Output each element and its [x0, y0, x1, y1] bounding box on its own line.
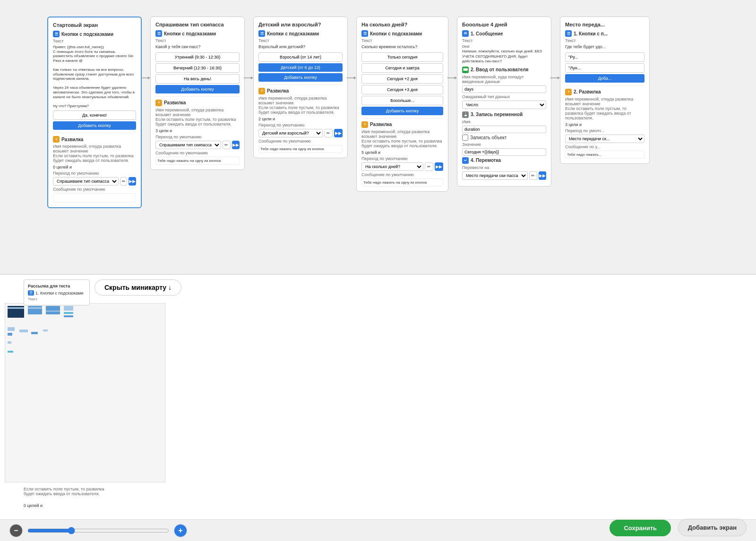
canvas-area: Стартовый экран ☰ Кнопки с подсказками Т… — [0, 0, 756, 274]
forward-btn-days[interactable]: ▶▶ — [435, 162, 443, 171]
save-button[interactable]: Сохранить — [610, 520, 671, 536]
dropdown-ski[interactable]: Спрашиваем тип скипасса — [155, 141, 221, 149]
text-label-1: Текст — [53, 39, 136, 43]
btn-place1[interactable]: "Ру... — [565, 52, 644, 62]
forward-btn-more4[interactable]: ▶▶ — [539, 171, 547, 180]
edit-btn-start[interactable]: ✏ — [120, 177, 127, 186]
mini-block-5 — [8, 327, 15, 331]
fork-section-age: ⑂ Развилка Имя переменной, откуда развил… — [258, 88, 343, 153]
bottom-section-row: ☰ 1. Кнопки с подсказками — [28, 290, 86, 296]
fork-section-days: ⑂ Развилка Имя переменной, откуда развил… — [361, 121, 443, 186]
default-msg-place: Тебе надо нажать... — [565, 151, 644, 159]
mini-block-7 — [8, 341, 11, 344]
add-btn-start[interactable]: Добавить кнопку — [53, 121, 136, 130]
dropdown-days[interactable]: На сколько дней? — [361, 162, 423, 171]
bottom-card-title: Рассылка для теста — [28, 284, 86, 288]
card-start-sec1-label: ☰ Кнопки с подсказками — [53, 31, 136, 37]
dropdown-place[interactable]: Место передачи ск... — [565, 135, 644, 143]
card-more4: Бооольше 4 дней ✉ 1. Сообщение Текст Ого… — [457, 17, 551, 186]
btn-more[interactable]: Бооольше... — [361, 96, 443, 105]
zoom-slider[interactable] — [27, 527, 169, 534]
card-ski-type: Спрашиваем тип скипасса ☰ Кнопки с подск… — [150, 17, 245, 170]
mini-block-1b — [8, 307, 24, 309]
mini-block-4b — [64, 312, 73, 314]
zoom-minus-button[interactable]: − — [9, 524, 23, 537]
mini-block-11 — [43, 330, 48, 331]
card-age-title: Детский или взрослый? — [258, 22, 343, 27]
minimap-inner — [5, 304, 165, 482]
save-var-value[interactable] — [462, 148, 546, 156]
add-btn-place[interactable]: Доба... — [565, 74, 644, 83]
btn-child[interactable]: Детский (от 6 до 13) — [258, 63, 343, 72]
btn-plus2[interactable]: Сегодня +2 дня — [361, 74, 443, 84]
add-btn-days[interactable]: Добавить кнопку — [361, 107, 443, 115]
start-text-content: Привет, {{this.user.full_name}} С помощь… — [53, 45, 136, 108]
edit-btn-age[interactable]: ✏ — [324, 129, 333, 137]
edit-btn-ski[interactable]: ✏ — [223, 141, 231, 149]
save-var-name[interactable] — [462, 126, 546, 133]
forward-btn-ski[interactable]: ▶▶ — [232, 141, 240, 149]
card-start: Стартовый экран ☰ Кнопки с подсказками Т… — [47, 17, 142, 208]
var-name-input[interactable] — [462, 85, 546, 93]
goal-count-bottom: 0 целей и — [24, 503, 43, 508]
mini-block-3b — [46, 311, 60, 312]
add-btn-ski[interactable]: Добавить кнопку — [155, 85, 240, 93]
edit-btn-days[interactable]: ✏ — [425, 162, 433, 171]
mini-block-9 — [19, 330, 28, 332]
forward-btn-age[interactable]: ▶▶ — [334, 129, 343, 137]
mini-block-6 — [8, 333, 12, 336]
fork-section-start: ⑂ Развилка Имя переменной, откуда развил… — [53, 136, 136, 203]
btn-adult[interactable]: Взрослый (от 14 лет) — [258, 52, 343, 62]
card-ski-title: Спрашиваем тип скипасса — [155, 22, 240, 27]
goal-count-start: 0 целей и — [53, 165, 136, 169]
card-days-title: На сколько дней? — [361, 22, 443, 27]
fork-section-place: ⑂ 2. Развилка Имя переменной, откуда раз… — [565, 89, 644, 159]
btn-allday[interactable]: На весь день! — [155, 74, 240, 84]
data-type-select[interactable]: Число — [462, 101, 546, 109]
card-place-title: Место переда... — [565, 22, 644, 27]
card-place: Место переда... ☰ 1. Кнопки с п... Текст… — [560, 17, 650, 164]
badge-1: ☰ — [53, 31, 60, 37]
btn-morning[interactable]: Утренний (9:30 - 12:30) — [155, 52, 240, 62]
fork-bottom-text: Если оставить поле пустым, то развилкабу… — [24, 487, 104, 496]
card-days: На сколько дней? ☰ Кнопки с подсказками … — [356, 17, 448, 192]
bottom-panel: Рассылка для теста ☰ 1. Кнопки с подсказ… — [0, 274, 756, 541]
edit-btn-more4[interactable]: ✏ — [529, 171, 537, 180]
btn-yes[interactable]: Да, конечно! — [53, 110, 136, 120]
btn-place2[interactable]: "Лун... — [565, 63, 644, 73]
save-obj-checkbox[interactable] — [462, 135, 468, 141]
btn-today[interactable]: Только сегодня — [361, 52, 443, 62]
hide-minimap-button[interactable]: Скрыть миникарту ↓ — [94, 279, 181, 296]
zoom-plus-button[interactable]: + — [174, 524, 187, 537]
minimap-container — [5, 303, 165, 482]
mini-block-3 — [46, 306, 60, 314]
default-msg-age: Тебе надо нажать на одну из кнопок — [258, 145, 343, 153]
add-screen-button[interactable]: Добавить экран — [678, 519, 747, 536]
fork-text-start: Имя переменной, откуда развилка возьмет … — [53, 144, 136, 163]
mini-block-4 — [64, 306, 73, 311]
btn-plus3[interactable]: Сегодня +3 дня — [361, 85, 443, 94]
card-start-title: Стартовый экран — [53, 22, 136, 28]
mini-block-4c — [64, 315, 73, 317]
forward-btn-start[interactable]: ▶▶ — [129, 177, 136, 186]
btn-tomorrow[interactable]: Сегодня и завтра — [361, 63, 443, 73]
mini-block-8 — [8, 351, 13, 353]
card-more4-title: Бооольше 4 дней — [462, 22, 546, 27]
default-msg-start — [53, 193, 136, 203]
add-btn-age[interactable]: Добавить кнопку — [258, 73, 343, 82]
default-msg-ski: Тебе надо нажать на одну из кнопок — [155, 157, 240, 165]
default-msg-days: Тебе надо нажать на одну из кнопок — [361, 178, 443, 186]
fork-badge-start: ⑂ — [53, 136, 60, 143]
fork-section-ski: ⑂ Развилка Имя переменной, откуда развил… — [155, 100, 240, 165]
dropdown-age[interactable]: Детский или взрослый? — [258, 129, 323, 137]
mini-block-2b — [28, 307, 42, 309]
mini-block-10 — [31, 332, 38, 334]
bottom-mini-card: Рассылка для теста ☰ 1. Кнопки с подсказ… — [24, 279, 90, 305]
dropdown-start[interactable]: Спрашиваем тип скипасса — [53, 177, 119, 186]
dropdown-row-start: Спрашиваем тип скипасса ✏ ▶▶ — [53, 177, 136, 186]
redirect-dropdown[interactable]: Место передачи ски пасса — [462, 171, 528, 180]
btn-evening[interactable]: Вечерний (12:30 - 16:30) — [155, 63, 240, 73]
card-age: Детский или взрослый? ☰ Кнопки с подсказ… — [253, 17, 348, 158]
